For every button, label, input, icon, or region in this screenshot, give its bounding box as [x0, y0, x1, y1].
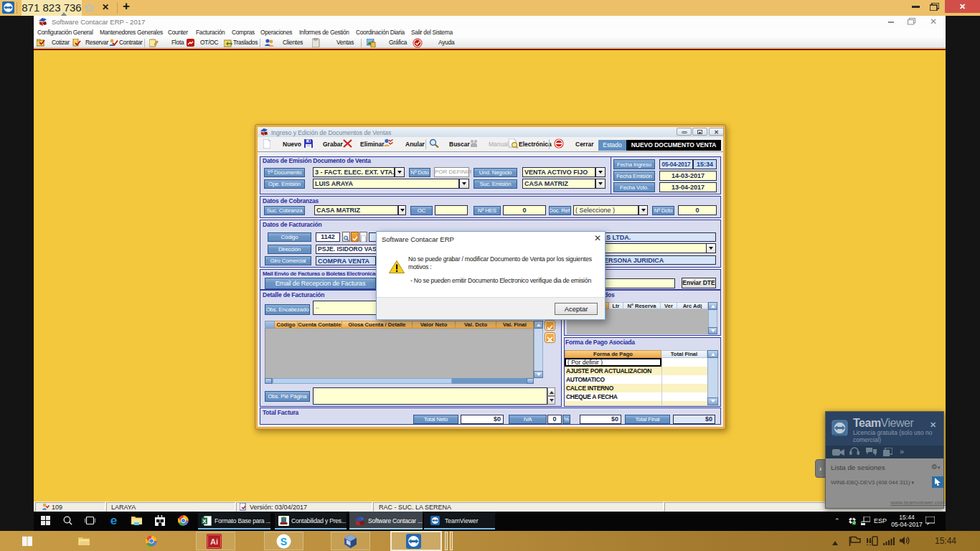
svg-text:S: S	[281, 536, 287, 547]
svg-text:e: e	[110, 514, 117, 527]
svg-text:Ai: Ai	[210, 537, 218, 546]
svg-text:X: X	[202, 518, 207, 524]
